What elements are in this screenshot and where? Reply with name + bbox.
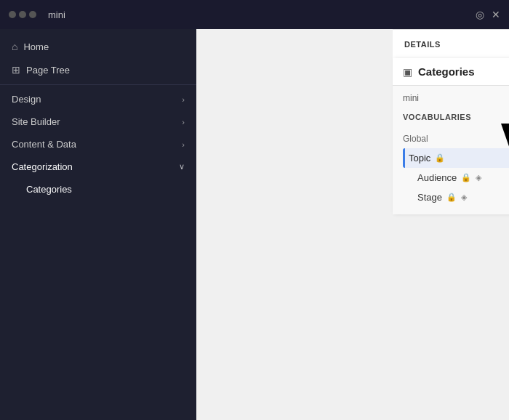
categories-panel-header: ▣ Categories bbox=[393, 58, 509, 86]
categories-panel-title: Categories bbox=[418, 65, 475, 78]
down-arrow-annotation bbox=[492, 100, 509, 148]
lock-icon-stage: 🔒 bbox=[446, 193, 457, 202]
panel-container: ▣ Categories mini VOCABULARIES ⟹ + ⋮ Glo… bbox=[196, 29, 509, 420]
dot3 bbox=[29, 11, 36, 18]
view-icon-audience: ◈ bbox=[476, 173, 481, 182]
sidebar-item-content-data[interactable]: Content & Data › bbox=[0, 133, 196, 156]
sidebar-item-site-builder[interactable]: Site Builder › bbox=[0, 110, 196, 133]
top-bar: mini ◎ ✕ bbox=[0, 0, 509, 29]
details-label: DETAILS bbox=[404, 40, 509, 49]
app-title: mini bbox=[42, 9, 470, 20]
sidebar-item-site-builder-label: Site Builder bbox=[12, 116, 60, 127]
category-item-topic[interactable]: Topic 🔒 bbox=[403, 148, 509, 168]
details-header[interactable]: DETAILS ∨ bbox=[393, 30, 509, 60]
help-icon[interactable]: ◎ bbox=[476, 9, 484, 20]
lock-icon-audience: 🔒 bbox=[461, 173, 471, 182]
category-item-stage[interactable]: Stage 🔒 ◈ bbox=[403, 187, 509, 207]
top-bar-actions: ◎ ✕ bbox=[476, 9, 500, 20]
dot2 bbox=[19, 11, 26, 18]
close-icon[interactable]: ✕ bbox=[492, 9, 500, 20]
sidebar-divider-1 bbox=[0, 84, 196, 85]
page-tree-icon: ⊞ bbox=[12, 64, 20, 76]
view-icon-stage: ◈ bbox=[461, 193, 467, 202]
sidebar-item-categorization-label: Categorization bbox=[12, 161, 73, 172]
category-audience-label: Audience bbox=[417, 172, 457, 183]
window-controls bbox=[9, 11, 36, 18]
chevron-down-icon: ∨ bbox=[179, 162, 185, 171]
lock-icon-topic: 🔒 bbox=[435, 153, 445, 163]
chevron-right-icon-3: › bbox=[182, 140, 185, 149]
sidebar-item-content-data-label: Content & Data bbox=[12, 139, 76, 150]
home-icon: ⌂ bbox=[12, 41, 17, 52]
category-item-audience[interactable]: Audience 🔒 ◈ bbox=[403, 168, 509, 187]
sidebar: ⌂ Home ⊞ Page Tree Design › Site Builder… bbox=[0, 29, 196, 420]
dot1 bbox=[9, 11, 16, 18]
sidebar-item-page-tree-label: Page Tree bbox=[26, 65, 70, 76]
panel-icon: ▣ bbox=[403, 66, 412, 78]
sidebar-item-design-label: Design bbox=[12, 94, 41, 105]
sidebar-item-design[interactable]: Design › bbox=[0, 88, 196, 110]
chevron-right-icon-2: › bbox=[182, 118, 185, 126]
sidebar-item-categories[interactable]: Categories bbox=[0, 178, 196, 201]
chevron-right-icon: › bbox=[182, 95, 185, 104]
category-topic-label: Topic bbox=[409, 153, 430, 163]
sidebar-item-home[interactable]: ⌂ Home bbox=[0, 35, 196, 58]
main-layout: ⌂ Home ⊞ Page Tree Design › Site Builder… bbox=[0, 29, 509, 420]
category-stage-label: Stage bbox=[417, 192, 442, 203]
sidebar-item-page-tree[interactable]: ⊞ Page Tree bbox=[0, 58, 196, 81]
sidebar-item-categorization[interactable]: Categorization ∨ bbox=[0, 156, 196, 178]
sidebar-item-categories-label: Categories bbox=[26, 184, 72, 195]
sidebar-item-home-label: Home bbox=[23, 41, 49, 52]
sidebar-nav: ⌂ Home ⊞ Page Tree Design › Site Builder… bbox=[0, 29, 196, 206]
